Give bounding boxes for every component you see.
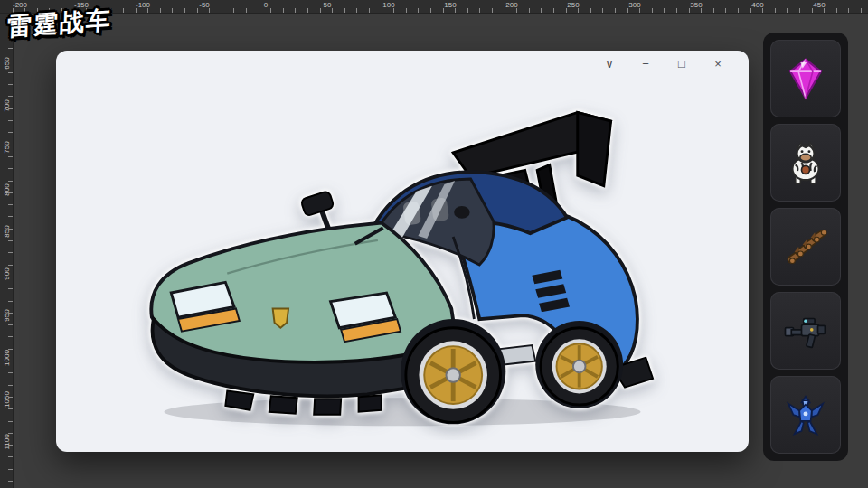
- ruler-label: 150: [444, 1, 456, 9]
- slot-blaster-gun[interactable]: [770, 292, 841, 370]
- zebra-icon: [781, 138, 830, 187]
- close-icon[interactable]: ×: [700, 51, 736, 78]
- collapse-icon[interactable]: ∨: [591, 51, 627, 78]
- ruler-label: 450: [813, 1, 825, 9]
- ruler-label: 350: [690, 1, 702, 9]
- ruler-label: 250: [567, 1, 579, 9]
- ruler-label: 1050: [3, 391, 11, 408]
- ruler-label: -50: [199, 1, 210, 9]
- car-sticker: [151, 112, 653, 424]
- mech-icon: [781, 390, 830, 439]
- ruler-label: 400: [751, 1, 763, 9]
- side-mirror: [300, 191, 334, 230]
- ruler-label: 750: [3, 141, 11, 153]
- ruler-label: 800: [3, 183, 11, 195]
- ruler-label: 900: [3, 267, 11, 279]
- slot-pink-gem[interactable]: [770, 40, 841, 117]
- minimize-icon[interactable]: −: [627, 51, 664, 78]
- ruler-label: 300: [628, 1, 640, 9]
- ruler-label: 1100: [3, 434, 11, 449]
- ruler-horizontal: -200 -150 -100 -50 0 50 100 150 200 250 …: [0, 0, 868, 14]
- ruler-label: 850: [3, 225, 11, 237]
- ruler-label: 0: [264, 1, 268, 9]
- ruler-label: -100: [136, 1, 150, 9]
- bone-whip-icon: [781, 222, 830, 271]
- slot-zebra-figure[interactable]: [770, 124, 841, 202]
- ruler-label: 700: [3, 99, 11, 111]
- app-window: ∨ − □ ×: [56, 51, 749, 452]
- gem-icon: [781, 54, 830, 103]
- ruler-label: -200: [13, 1, 27, 9]
- game-logo: 雷霆战车: [7, 4, 113, 43]
- ruler-label: 50: [324, 1, 332, 9]
- ruler-vertical: 650 700 750 800 850 900 950 1000 1050 11…: [0, 0, 14, 488]
- item-sidebar: [763, 33, 848, 461]
- ruler-label: 650: [3, 57, 11, 69]
- ruler-label: 1000: [3, 350, 11, 366]
- front-wheel: [406, 328, 501, 423]
- ruler-label: 950: [3, 309, 11, 321]
- rear-wheel: [541, 328, 618, 405]
- right-mirror: [454, 206, 469, 219]
- ruler-label: 200: [505, 1, 517, 9]
- ruler-label: 100: [382, 1, 394, 9]
- car-illustration: [122, 89, 683, 440]
- window-titlebar: ∨ − □ ×: [56, 51, 749, 78]
- slot-blue-mech[interactable]: [770, 376, 841, 454]
- gun-icon: [781, 306, 830, 355]
- slot-bone-whip[interactable]: [770, 208, 841, 286]
- window-content: [56, 78, 749, 452]
- maximize-icon[interactable]: □: [664, 51, 700, 78]
